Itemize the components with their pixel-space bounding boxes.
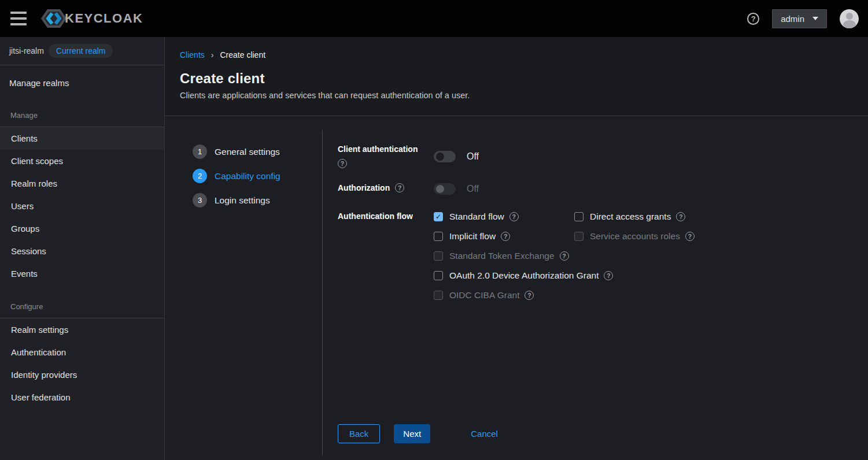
authentication-flow-label: Authentication flow bbox=[338, 212, 434, 221]
sidebar: jitsi-realm Current realm Manage realms … bbox=[0, 37, 165, 460]
client-authentication-label: Client authentication bbox=[338, 144, 434, 154]
implicit-flow-help-icon[interactable]: ? bbox=[501, 232, 510, 241]
user-menu-dropdown[interactable]: admin bbox=[772, 9, 827, 28]
authorization-value: Off bbox=[467, 184, 479, 194]
breadcrumb-clients-link[interactable]: Clients bbox=[180, 50, 205, 60]
checkbox-implicit-flow[interactable]: ✓ Implicit flow ? bbox=[434, 231, 574, 242]
sidebar-item-sessions[interactable]: Sessions bbox=[0, 240, 164, 262]
masthead: KEYCLOAK ? admin bbox=[0, 0, 868, 37]
help-icon[interactable]: ? bbox=[747, 13, 759, 25]
hamburger-menu-icon[interactable] bbox=[10, 12, 27, 25]
client-authentication-help-icon[interactable]: ? bbox=[338, 159, 347, 168]
authorization-toggle bbox=[434, 183, 456, 195]
authentication-flow-options: ✓ Standard flow ? ✓ Direct access grants… bbox=[434, 212, 695, 301]
client-authentication-value: Off bbox=[467, 151, 479, 162]
page-title: Create client bbox=[180, 71, 853, 87]
sidebar-item-authentication[interactable]: Authentication bbox=[0, 341, 164, 363]
checkbox-standard-flow[interactable]: ✓ Standard flow ? bbox=[434, 212, 574, 222]
realm-name: jitsi-realm bbox=[9, 46, 44, 55]
client-authentication-toggle[interactable] bbox=[434, 151, 456, 162]
step-number: 2 bbox=[193, 169, 207, 183]
direct-access-grants-help-icon[interactable]: ? bbox=[676, 212, 685, 221]
chevron-right-icon: › bbox=[211, 50, 214, 60]
wizard-step-general-settings[interactable]: 1 General settings bbox=[193, 144, 322, 159]
next-button[interactable]: Next bbox=[394, 424, 430, 443]
sidebar-section-manage: Manage bbox=[0, 94, 164, 127]
sidebar-item-events[interactable]: Events bbox=[0, 262, 164, 285]
brand-name: KEYCLOAK bbox=[65, 11, 143, 26]
sidebar-item-realm-settings[interactable]: Realm settings bbox=[0, 318, 164, 341]
sidebar-section-configure: Configure bbox=[0, 285, 164, 318]
standard-flow-help-icon[interactable]: ? bbox=[509, 212, 519, 221]
service-accounts-roles-help-icon[interactable]: ? bbox=[685, 232, 695, 241]
chevron-down-icon bbox=[812, 17, 818, 20]
authorization-label: Authorization bbox=[338, 183, 390, 192]
keycloak-shield-icon bbox=[40, 7, 67, 30]
checkbox-direct-access-grants[interactable]: ✓ Direct access grants ? bbox=[574, 212, 695, 222]
wizard-step-capability-config[interactable]: 2 Capability config bbox=[193, 169, 322, 183]
checkbox-check-icon: ✓ bbox=[434, 212, 443, 221]
page-header: Clients › Create client Create client Cl… bbox=[165, 37, 868, 116]
keycloak-logo[interactable]: KEYCLOAK bbox=[40, 7, 143, 30]
wizard-actions: Back Next Cancel bbox=[338, 424, 868, 443]
sidebar-item-realm-roles[interactable]: Realm roles bbox=[0, 172, 164, 195]
authentication-flow-row: Authentication flow ✓ Standard flow ? ✓ … bbox=[338, 212, 868, 301]
wizard-step-login-settings[interactable]: 3 Login settings bbox=[193, 193, 322, 207]
oidc-ciba-grant-help-icon[interactable]: ? bbox=[525, 291, 534, 300]
checkbox-standard-token-exchange: ✓ Standard Token Exchange ? bbox=[434, 251, 695, 261]
current-realm-badge[interactable]: Current realm bbox=[49, 44, 113, 58]
user-avatar bbox=[840, 9, 859, 28]
sidebar-item-users[interactable]: Users bbox=[0, 195, 164, 217]
user-menu-label: admin bbox=[781, 14, 804, 24]
realm-selector: jitsi-realm Current realm bbox=[0, 37, 164, 65]
breadcrumb-current: Create client bbox=[220, 50, 265, 60]
sidebar-item-clients[interactable]: Clients bbox=[0, 127, 164, 150]
cancel-button[interactable]: Cancel bbox=[471, 425, 498, 443]
main-content: Clients › Create client Create client Cl… bbox=[165, 37, 868, 460]
capability-config-form: Client authentication ? Off Authorizatio… bbox=[323, 116, 868, 460]
step-number: 3 bbox=[193, 193, 207, 207]
sidebar-item-client-scopes[interactable]: Client scopes bbox=[0, 150, 164, 172]
checkbox-service-accounts-roles: ✓ Service accounts roles ? bbox=[574, 231, 695, 242]
checkbox-oidc-ciba-grant: ✓ OIDC CIBA Grant ? bbox=[434, 290, 695, 301]
step-number: 1 bbox=[193, 144, 207, 159]
sidebar-item-manage-realms[interactable]: Manage realms bbox=[0, 65, 164, 94]
page-description: Clients are applications and services th… bbox=[180, 91, 853, 100]
breadcrumb: Clients › Create client bbox=[180, 50, 853, 60]
create-client-wizard: 1 General settings 2 Capability config 3… bbox=[165, 116, 868, 460]
authorization-help-icon[interactable]: ? bbox=[395, 183, 404, 192]
sidebar-item-groups[interactable]: Groups bbox=[0, 217, 164, 240]
wizard-steps: 1 General settings 2 Capability config 3… bbox=[165, 130, 323, 455]
checkbox-oauth-device-grant[interactable]: ✓ OAuth 2.0 Device Authorization Grant ? bbox=[434, 270, 695, 281]
standard-token-exchange-help-icon[interactable]: ? bbox=[560, 251, 569, 261]
authorization-row: Authorization ? Off bbox=[338, 183, 868, 195]
back-button[interactable]: Back bbox=[338, 424, 380, 443]
sidebar-item-identity-providers[interactable]: Identity providers bbox=[0, 363, 164, 386]
sidebar-item-user-federation[interactable]: User federation bbox=[0, 386, 164, 409]
oauth-device-grant-help-icon[interactable]: ? bbox=[604, 271, 613, 280]
client-authentication-row: Client authentication ? Off bbox=[338, 144, 868, 168]
